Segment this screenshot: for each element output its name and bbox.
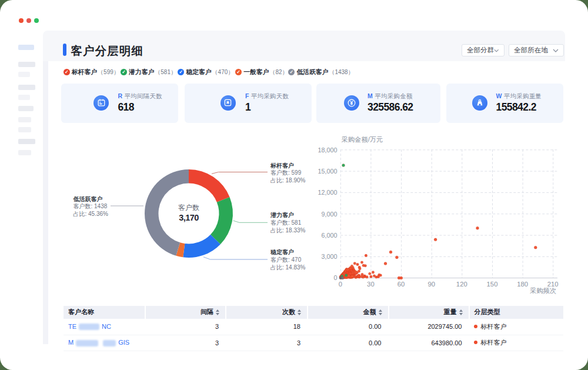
- svg-text:采购金额/万元: 采购金额/万元: [342, 136, 383, 143]
- svg-text:12,000: 12,000: [318, 189, 337, 196]
- svg-text:120: 120: [456, 281, 467, 288]
- svg-text:0: 0: [333, 274, 337, 281]
- svg-text:18,000: 18,000: [318, 146, 337, 154]
- svg-text:15,000: 15,000: [318, 168, 337, 175]
- svg-text:210: 210: [547, 281, 559, 288]
- svg-text:9,000: 9,000: [321, 211, 337, 218]
- svg-text:0: 0: [339, 281, 342, 288]
- svg-text:90: 90: [427, 281, 435, 288]
- svg-text:30: 30: [367, 281, 375, 288]
- svg-text:180: 180: [517, 281, 528, 288]
- svg-text:采购频次: 采购频次: [530, 287, 556, 294]
- svg-text:150: 150: [487, 281, 498, 288]
- svg-text:60: 60: [397, 281, 405, 288]
- svg-text:3,000: 3,000: [321, 253, 337, 260]
- svg-text:6,000: 6,000: [321, 232, 337, 239]
